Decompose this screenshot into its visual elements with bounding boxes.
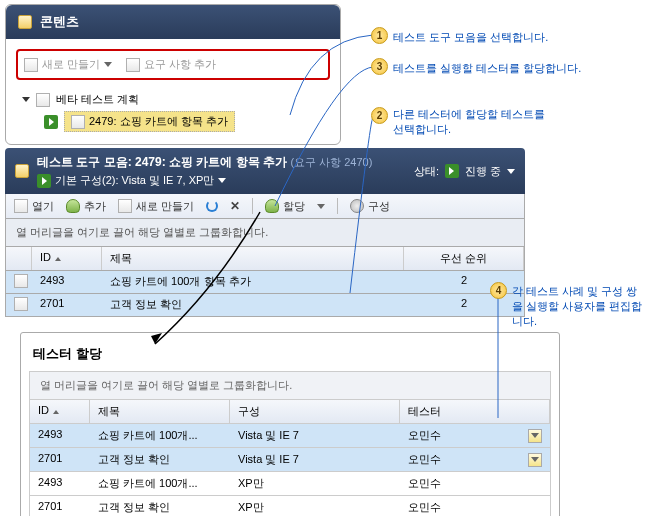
callout-badge-1: 1 xyxy=(371,27,388,44)
callout-lines xyxy=(0,0,653,516)
callout-badge-3: 3 xyxy=(371,58,388,75)
callout-badge-2: 2 xyxy=(371,107,388,124)
callout-badge-4: 4 xyxy=(490,282,507,299)
